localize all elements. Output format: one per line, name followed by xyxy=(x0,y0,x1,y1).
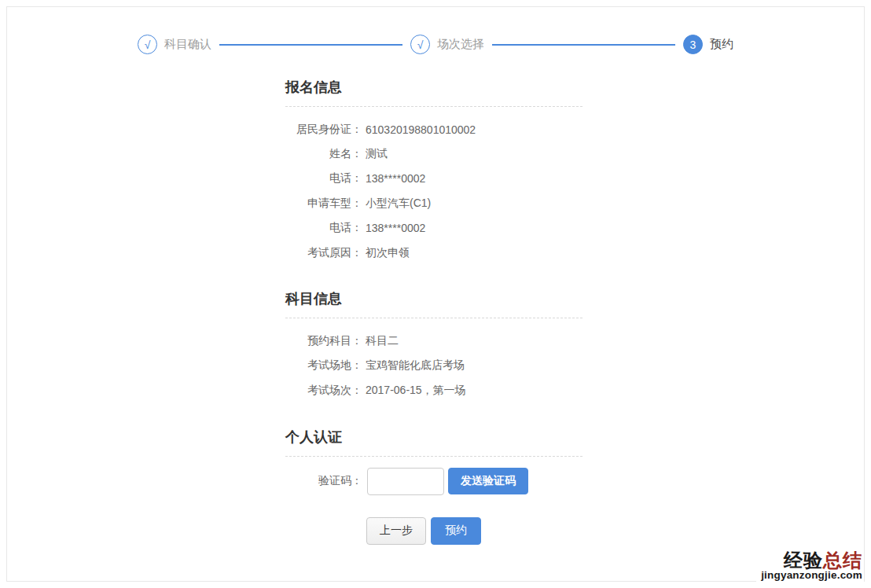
site-watermark: 经验总结 jingyanzongjie.com xyxy=(756,549,864,582)
stepper: √ 科目确认 √ 场次选择 3 预约 xyxy=(0,35,871,54)
send-code-button[interactable]: 发送验证码 xyxy=(448,468,528,494)
field-value: 138****0002 xyxy=(366,172,425,185)
verification-section-title: 个人认证 xyxy=(285,428,583,447)
watermark-url: jingyanzongjie.com xyxy=(761,570,862,581)
dashed-divider xyxy=(285,456,583,457)
field-name: 姓名： 测试 xyxy=(285,141,583,166)
field-value: 科目二 xyxy=(366,334,399,348)
field-vehicle-type: 申请车型： 小型汽车(C1) xyxy=(285,191,583,215)
subject-section: 科目信息 预约科目： 科目二 考试场地： 宝鸡智能化底店考场 考试场次： 201… xyxy=(285,289,583,402)
dashed-divider xyxy=(285,106,583,107)
step-subject-confirm[interactable]: √ 科目确认 xyxy=(138,35,211,54)
field-label: 电话： xyxy=(285,171,362,186)
step-connector xyxy=(219,44,402,46)
step-session-select[interactable]: √ 场次选择 xyxy=(410,35,484,54)
submit-appointment-button[interactable]: 预约 xyxy=(431,517,481,545)
field-label: 考试场地： xyxy=(285,358,362,373)
verification-section: 个人认证 验证码： 发送验证码 xyxy=(285,428,583,495)
main-content: 报名信息 居民身份证： 610320198801010002 姓名： 测试 电话… xyxy=(285,78,583,545)
dashed-divider xyxy=(285,318,583,318)
watermark-title-red: 总结 xyxy=(823,549,862,571)
registration-section-title: 报名信息 xyxy=(285,78,583,97)
field-phone-2: 电话： 138****0002 xyxy=(285,216,583,241)
field-booked-subject: 预约科目： 科目二 xyxy=(285,329,583,353)
field-value: 测试 xyxy=(366,147,388,161)
field-label: 考试场次： xyxy=(285,384,362,398)
subject-section-title: 科目信息 xyxy=(285,289,583,308)
field-label: 预约科目： xyxy=(285,334,362,348)
field-exam-venue: 考试场地： 宝鸡智能化底店考场 xyxy=(285,354,583,378)
previous-step-button[interactable]: 上一步 xyxy=(366,517,426,545)
step-appointment[interactable]: 3 预约 xyxy=(683,35,733,54)
field-value: 138****0002 xyxy=(366,222,425,234)
field-value: 610320198801010002 xyxy=(366,123,476,136)
field-exam-session: 考试场次： 2017-06-15，第一场 xyxy=(285,378,583,402)
appointment-page: √ 科目确认 √ 场次选择 3 预约 报名信息 居民身份证： 610320198… xyxy=(0,0,871,588)
step-label: 场次选择 xyxy=(437,37,484,52)
field-exam-reason: 考试原因： 初次申领 xyxy=(285,241,583,265)
verification-row: 验证码： 发送验证码 xyxy=(285,468,583,495)
verification-code-input[interactable] xyxy=(367,468,444,495)
field-phone: 电话： 138****0002 xyxy=(285,167,583,191)
field-label: 考试原因： xyxy=(285,246,362,260)
field-value: 初次申领 xyxy=(366,246,410,260)
watermark-title: 经验总结 xyxy=(761,550,862,570)
step-label: 预约 xyxy=(710,37,733,52)
step-number-badge: 3 xyxy=(683,35,703,54)
action-buttons: 上一步 预约 xyxy=(366,517,583,545)
check-icon: √ xyxy=(138,35,157,54)
field-label: 电话： xyxy=(285,221,362,235)
field-id-card: 居民身份证： 610320198801010002 xyxy=(285,117,583,141)
step-connector xyxy=(492,44,675,46)
field-label: 申请车型： xyxy=(285,197,362,211)
verification-code-label: 验证码： xyxy=(285,474,362,488)
field-value: 2017-06-15，第一场 xyxy=(366,384,466,398)
watermark-title-black: 经验 xyxy=(784,549,823,571)
step-label: 科目确认 xyxy=(164,37,211,52)
check-icon: √ xyxy=(410,35,430,54)
registration-section: 报名信息 居民身份证： 610320198801010002 姓名： 测试 电话… xyxy=(285,78,583,265)
field-value: 宝鸡智能化底店考场 xyxy=(366,358,465,373)
field-value: 小型汽车(C1) xyxy=(366,197,431,211)
field-label: 居民身份证： xyxy=(285,123,362,137)
field-label: 姓名： xyxy=(285,147,362,161)
